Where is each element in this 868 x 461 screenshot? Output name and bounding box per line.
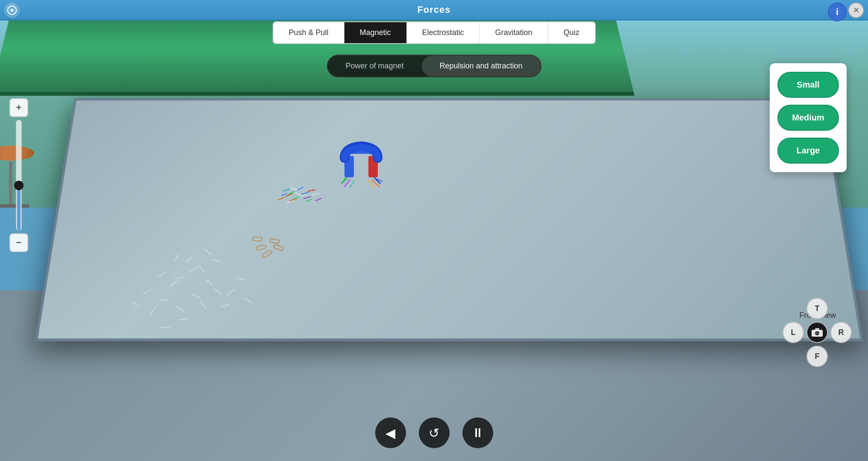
svg-line-11	[205, 279, 213, 285]
view-camera-button[interactable]	[806, 322, 828, 343]
zoom-control: + −	[9, 98, 28, 252]
svg-line-3	[190, 294, 200, 298]
tab-quiz[interactable]: Quiz	[548, 22, 595, 43]
svg-rect-24	[256, 245, 266, 250]
svg-line-49	[283, 189, 290, 191]
view-right-button[interactable]: R	[830, 322, 852, 343]
svg-line-54	[312, 193, 320, 195]
svg-line-0	[159, 297, 168, 303]
svg-line-21	[243, 298, 253, 303]
svg-line-39	[295, 192, 301, 196]
size-panel: Small Medium Large	[770, 63, 847, 172]
svg-line-12	[174, 274, 184, 282]
svg-line-10	[189, 267, 198, 273]
svg-point-59	[11, 9, 13, 11]
svg-line-4	[170, 281, 178, 286]
back-button[interactable]: ◀	[375, 417, 406, 448]
svg-line-19	[236, 275, 245, 282]
svg-line-7	[179, 316, 189, 322]
svg-line-48	[303, 197, 311, 199]
sub-tabs-container: Power of magnet Repulsion and attraction	[327, 55, 541, 77]
zoom-slider-track[interactable]	[16, 120, 22, 231]
close-button[interactable]: ✕	[848, 3, 864, 18]
view-left-button[interactable]: L	[783, 322, 804, 343]
svg-line-16	[226, 289, 235, 295]
svg-line-56	[315, 198, 321, 201]
size-small-button[interactable]: Small	[777, 72, 839, 98]
svg-line-18	[212, 258, 221, 263]
svg-line-5	[198, 301, 208, 308]
size-large-button[interactable]: Large	[777, 138, 839, 164]
page-title: Forces	[417, 4, 450, 15]
zoom-thumb[interactable]	[14, 181, 24, 190]
view-top-button[interactable]: T	[806, 298, 828, 319]
info-button[interactable]: i	[828, 3, 847, 21]
svg-line-46	[290, 199, 297, 201]
zoom-in-button[interactable]: +	[9, 98, 28, 117]
pause-button[interactable]: ⏸	[462, 417, 493, 448]
svg-line-44	[297, 187, 303, 190]
svg-rect-25	[270, 238, 280, 244]
svg-line-53	[281, 193, 287, 196]
sub-tab-repulsion-attraction[interactable]: Repulsion and attraction	[421, 56, 540, 76]
svg-line-37	[350, 180, 355, 188]
svg-line-15	[197, 266, 206, 272]
svg-line-2	[149, 306, 158, 314]
main-table	[35, 98, 863, 341]
svg-line-23	[173, 254, 181, 261]
svg-rect-63	[815, 328, 819, 330]
sub-tab-power-of-magnet[interactable]: Power of magnet	[327, 56, 421, 76]
svg-line-6	[142, 290, 150, 294]
svg-line-8	[160, 324, 170, 331]
bottom-controls: ◀ ↺ ⏸	[0, 417, 868, 448]
svg-line-52	[306, 199, 312, 202]
zoom-out-button[interactable]: −	[9, 233, 28, 252]
tab-push-pull[interactable]: Push & Pull	[273, 22, 344, 43]
svg-line-20	[185, 256, 194, 262]
svg-line-43	[293, 197, 300, 199]
paperclips-scatter	[38, 100, 860, 338]
svg-line-55	[278, 197, 285, 200]
tab-electrostatic[interactable]: Electrostatic	[407, 22, 480, 43]
header-bar: Forces	[0, 0, 868, 21]
view-front-button[interactable]: F	[806, 346, 828, 367]
svg-rect-28	[253, 237, 262, 241]
svg-line-1	[176, 307, 186, 312]
reset-button[interactable]: ↺	[419, 417, 450, 448]
svg-line-9	[213, 289, 222, 294]
horseshoe-magnet[interactable]	[333, 141, 389, 192]
svg-line-50	[308, 190, 315, 191]
svg-line-38	[368, 180, 374, 188]
svg-rect-26	[262, 250, 272, 258]
zoom-fill	[17, 186, 21, 230]
view-nav-container: T L R F	[783, 298, 852, 367]
tab-gravitation[interactable]: Gravitation	[480, 22, 548, 43]
svg-point-62	[816, 332, 818, 335]
svg-line-17	[132, 302, 141, 307]
svg-line-22	[203, 249, 212, 255]
logo-button[interactable]	[4, 3, 20, 18]
svg-line-51	[286, 201, 294, 203]
size-medium-button[interactable]: Medium	[777, 105, 839, 131]
nav-tabs-container: Push & Pull Magnetic Electrostatic Gravi…	[272, 21, 595, 44]
svg-line-13	[221, 303, 230, 308]
svg-line-45	[301, 192, 309, 194]
svg-rect-27	[274, 244, 284, 251]
tab-magnetic[interactable]: Magnetic	[344, 22, 406, 43]
clips-cluster	[252, 154, 338, 231]
svg-line-14	[158, 272, 166, 277]
